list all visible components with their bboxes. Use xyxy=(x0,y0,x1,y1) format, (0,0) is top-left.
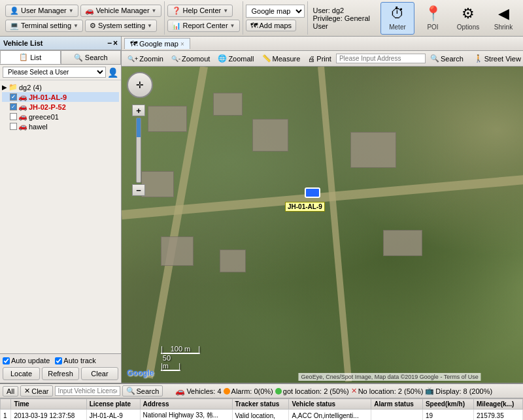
map-tab-label: Google map xyxy=(139,40,178,48)
minimize-icon[interactable]: − xyxy=(107,39,112,48)
all-label: All xyxy=(7,387,14,395)
chevron-down-icon-5: ▼ xyxy=(223,8,228,14)
data-search-label: Search xyxy=(137,387,160,395)
address-input[interactable] xyxy=(336,54,426,63)
col-tracker: Tracker status xyxy=(232,399,289,410)
print-btn[interactable]: 🖨 Print xyxy=(305,54,335,63)
measure-btn[interactable]: 📏 Measure xyxy=(259,54,304,63)
data-clear-btn[interactable]: ✕ Clear xyxy=(20,385,52,396)
add-maps-btn[interactable]: 🗺 Add maps xyxy=(246,20,297,31)
shrink-btn[interactable]: ◀ Shrink xyxy=(486,2,520,35)
zoomout-btn[interactable]: 🔍- Zoomout xyxy=(168,54,213,63)
options-btn[interactable]: ⚙ Options xyxy=(451,2,485,35)
zoomall-btn[interactable]: 🌐 Zoomall xyxy=(214,54,257,63)
bottom-panel: All ✕ Clear 🔍 Search 🚗 Vehicles: 4 Alarm… xyxy=(0,383,523,420)
user-select[interactable]: Please Select a User xyxy=(3,67,106,78)
tree-item-label-2: greece01 xyxy=(29,113,59,121)
alarm-label: Alarm: 0(0%) xyxy=(231,387,273,395)
tree-item-3[interactable]: 🚗 hawel xyxy=(2,121,119,131)
user-select-icon[interactable]: 👤 xyxy=(107,67,118,78)
zoomin-btn[interactable]: 🔍+ Zoomin xyxy=(124,54,167,63)
map-canvas[interactable]: ✛ + − JH-01-AL-9 Hazariba... Shur... |10… xyxy=(122,67,523,383)
building-4 xyxy=(161,236,194,266)
check-row: Auto update Auto track xyxy=(3,357,118,364)
chevron-down-icon-3: ▼ xyxy=(73,23,78,29)
map-type-select[interactable]: Google map xyxy=(246,5,305,18)
zoomall-label: Zoomall xyxy=(228,55,254,63)
auto-update-check[interactable]: Auto update xyxy=(3,357,50,364)
street-view-btn[interactable]: 🚶 Street View xyxy=(471,54,523,63)
auto-track-check[interactable]: Auto track xyxy=(55,357,96,364)
tab-list[interactable]: 📋 List xyxy=(0,50,61,64)
refresh-label: Refresh xyxy=(48,370,73,378)
display-label: Display: 8 (200%) xyxy=(435,387,492,395)
table-row[interactable]: 12013-03-19 12:37:58JH-01-AL-9National H… xyxy=(1,410,523,421)
privilege-label: Privilege: General User xyxy=(313,14,375,30)
user-select-row: Please Select a User 👤 xyxy=(0,65,121,80)
auto-update-checkbox[interactable] xyxy=(3,357,10,364)
shrink-icon: ◀ xyxy=(498,5,509,22)
auto-track-checkbox[interactable] xyxy=(55,357,62,364)
gear-icon: ⚙ xyxy=(90,22,96,30)
data-table: Time License plate Address Tracker statu… xyxy=(0,398,523,420)
license-input[interactable] xyxy=(55,386,120,396)
poi-label: POI xyxy=(427,24,438,31)
tree-item-0[interactable]: ✓ 🚗 JH-01-AL-9 xyxy=(2,92,119,102)
col-alarm: Alarm status xyxy=(371,399,423,410)
scale-100m: 100 m xyxy=(171,345,191,353)
auto-track-label: Auto track xyxy=(63,357,96,364)
map-icon: 🗺 xyxy=(130,40,137,48)
user-icon: 👤 xyxy=(10,7,19,15)
zoom-out-btn[interactable]: − xyxy=(132,184,145,196)
vehicle-manager-btn[interactable]: 🚗 Vehicle Manager ▼ xyxy=(80,5,161,17)
report-center-btn[interactable]: 📊 Report Center ▼ xyxy=(167,20,240,32)
user-info: User: dg2 Privilege: General User xyxy=(308,1,380,35)
tab-search[interactable]: 🔍 Search xyxy=(61,50,122,64)
meter-btn[interactable]: ⏱ Meter xyxy=(380,2,414,35)
left-panel: Vehicle List − × 📋 List 🔍 Search Please … xyxy=(0,37,122,383)
poi-btn[interactable]: 📍 POI xyxy=(416,2,450,35)
refresh-button[interactable]: Refresh xyxy=(42,367,79,380)
help-center-btn[interactable]: ❓ Help Center ▼ xyxy=(167,5,233,17)
chevron-down-icon-6: ▼ xyxy=(230,23,235,29)
map-area: 🗺 Google map × 🔍+ Zoomin 🔍- Zoomout 🌐 Zo… xyxy=(122,37,523,383)
vehicle-icon-1: 🚗 xyxy=(18,103,27,111)
building-6 xyxy=(350,132,396,168)
vehicle-marker[interactable] xyxy=(305,187,320,198)
col-address: Address xyxy=(140,399,232,410)
user-manager-label: User Manager xyxy=(21,7,67,14)
tree-root-item[interactable]: ▶ 📁 dg2 (4) xyxy=(2,82,119,92)
user-manager-btn[interactable]: 👤 User Manager ▼ xyxy=(5,5,78,17)
map-tab[interactable]: 🗺 Google map × xyxy=(124,38,190,49)
tree-item-1[interactable]: ✓ 🚗 JH-02-P-52 xyxy=(2,102,119,112)
checkbox-1[interactable]: ✓ xyxy=(10,103,17,110)
vehicle-icon-3: 🚗 xyxy=(18,122,27,131)
zoom-bar[interactable] xyxy=(136,118,141,183)
data-search-btn[interactable]: 🔍 Search xyxy=(122,385,163,396)
checkbox-3[interactable] xyxy=(10,123,17,130)
chevron-down-icon-2: ▼ xyxy=(152,8,157,14)
map-toolbar: 🔍+ Zoomin 🔍- Zoomout 🌐 Zoomall 📏 Measure… xyxy=(122,51,523,67)
nav-circle[interactable]: ✛ xyxy=(127,72,153,98)
folder-icon: 📁 xyxy=(8,83,18,91)
all-btn[interactable]: All xyxy=(3,386,18,396)
map-tab-close-icon[interactable]: × xyxy=(180,40,184,48)
terminal-label: Terminal setting xyxy=(21,22,71,29)
help-center-group: ❓ Help Center ▼ 📊 Report Center ▼ xyxy=(165,1,243,35)
vehicle-data-table: Time License plate Address Tracker statu… xyxy=(0,398,523,420)
meter-icon: ⏱ xyxy=(390,5,405,22)
checkbox-0[interactable]: ✓ xyxy=(10,93,17,101)
checkbox-2[interactable] xyxy=(10,113,17,120)
col-speed: Speed(km/h) xyxy=(422,399,473,410)
terminal-setting-btn[interactable]: 💻 Terminal setting ▼ xyxy=(5,20,83,32)
system-label: System setting xyxy=(98,22,145,29)
clear-button[interactable]: Clear xyxy=(81,367,118,380)
locate-button[interactable]: Locate xyxy=(3,367,40,380)
zoom-in-btn[interactable]: + xyxy=(132,105,145,116)
vehicle-icon-2: 🚗 xyxy=(18,112,27,121)
system-setting-btn[interactable]: ⚙ System setting ▼ xyxy=(85,20,157,32)
map-search-btn[interactable]: 🔍 Search xyxy=(427,54,467,63)
tree-item-2[interactable]: 🚗 greece01 xyxy=(2,112,119,121)
close-icon[interactable]: × xyxy=(113,39,118,48)
options-label: Options xyxy=(457,24,479,31)
